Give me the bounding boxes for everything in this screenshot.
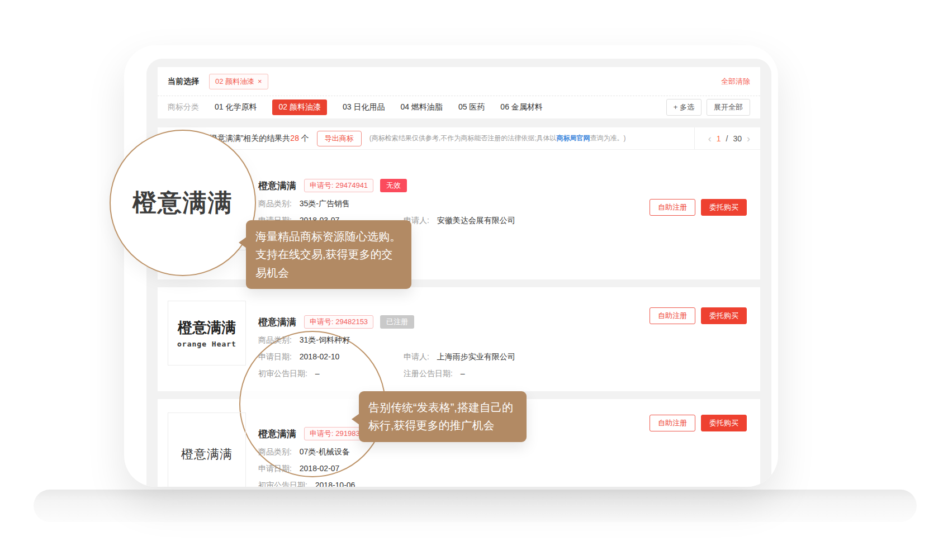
- category-field-value: 07类-机械设备: [300, 447, 350, 456]
- entrust-buy-button[interactable]: 委托购买: [701, 199, 747, 216]
- current-selection-row: 当前选择 02 颜料油漆 × 全部清除: [158, 67, 760, 96]
- page: 当前选择 02 颜料油漆 × 全部清除 商标分类 01 化学原料 02 颜料油漆…: [0, 0, 948, 560]
- summary-mid: ”相关的结果共: [241, 134, 291, 143]
- application-number-tag: 申请号: 29474941: [304, 179, 373, 192]
- trademark-thumbnail[interactable]: 橙意满满 orange Heart: [168, 301, 246, 366]
- category-row: 商标分类 01 化学原料 02 颜料油漆 03 日化用品 04 燃料油脂 05 …: [158, 96, 760, 118]
- category-field-label: 商品类别:: [258, 199, 292, 208]
- chevron-left-icon[interactable]: ‹: [708, 134, 712, 144]
- registration-publication-label: 注册公告日期:: [404, 369, 453, 378]
- pagination-current: 1: [717, 134, 721, 143]
- self-register-button[interactable]: 自助注册: [650, 307, 695, 324]
- category-field-label: 商品类别:: [258, 335, 292, 344]
- application-number-label: 申请号:: [310, 429, 334, 438]
- category-field-value: 35类-广告销售: [300, 199, 350, 208]
- category-item-03[interactable]: 03 日化用品: [343, 102, 385, 112]
- multi-select-button[interactable]: + 多选: [666, 99, 701, 116]
- status-badge: 已注册: [380, 315, 414, 329]
- category-label: 商标分类: [168, 102, 199, 112]
- status-badge: 无效: [380, 179, 407, 192]
- trademark-thumbnail[interactable]: 橙意满满: [168, 412, 246, 487]
- clear-all-button[interactable]: 全部清除: [721, 77, 750, 87]
- filter-panel: 当前选择 02 颜料油漆 × 全部清除 商标分类 01 化学原料 02 颜料油漆…: [158, 67, 760, 118]
- category-item-02-active[interactable]: 02 颜料油漆: [272, 99, 326, 115]
- category-item-01[interactable]: 01 化学原料: [215, 102, 257, 112]
- disclaimer-suffix: 查询为准。): [590, 134, 625, 142]
- trademark-details: 橙意满满 申请号: 29482153 已注册 商品类别: 31类-饲料种籽: [246, 287, 650, 391]
- applicant-label: 申请人:: [404, 352, 429, 361]
- magnifier-circle-top: 橙意满满: [110, 130, 256, 276]
- results-count: 28: [290, 134, 299, 143]
- selected-filter-tag-label: 02 颜料油漆: [215, 77, 254, 87]
- apply-date-label: 申请日期:: [258, 464, 292, 473]
- entrust-buy-button[interactable]: 委托购买: [701, 415, 747, 431]
- pagination-separator: /: [726, 134, 728, 143]
- application-number-tag: 申请号: 29482153: [304, 315, 373, 329]
- self-register-button[interactable]: 自助注册: [650, 415, 695, 431]
- applicant-value: 上海雨步实业有限公司: [437, 352, 515, 361]
- chevron-right-icon[interactable]: ›: [747, 134, 750, 144]
- thumbnail-text: 橙意满满: [178, 318, 236, 338]
- applicant-value: 安徽美达会展有限公司: [437, 216, 515, 225]
- disclaimer-text: (商标检索结果仅供参考,不作为商标能否注册的法律依据;具体以商标局官网查询为准。…: [369, 134, 626, 143]
- trademark-office-link[interactable]: 商标局官网: [556, 134, 590, 142]
- row-actions: 自助注册 委托购买: [650, 307, 747, 391]
- trademark-name[interactable]: 橙意满满: [258, 316, 296, 329]
- application-number-label: 申请号:: [310, 317, 334, 326]
- category-item-05[interactable]: 05 医药: [458, 102, 485, 112]
- apply-date-value: 2018-02-10: [300, 352, 340, 361]
- application-number-value: 29474941: [335, 181, 368, 189]
- summary-suffix: 个: [299, 134, 309, 143]
- pagination-total: 30: [733, 134, 742, 143]
- result-row-2: 橙意满满 orange Heart 橙意满满 申请号: 29482153 已注册: [158, 287, 760, 391]
- apply-date-label: 申请日期:: [258, 352, 292, 361]
- pagination: ‹ 1 / 30 ›: [694, 127, 760, 150]
- selected-filter-tag[interactable]: 02 颜料油漆 ×: [209, 74, 268, 89]
- tooltip-promotion: 告别传统“发表格”,搭建自己的标行,获得更多的推广机会: [359, 391, 527, 442]
- self-register-button[interactable]: 自助注册: [650, 199, 695, 216]
- thumbnail-subtext: orange Heart: [177, 340, 236, 348]
- expand-all-button[interactable]: 展开全部: [707, 99, 750, 116]
- first-publication-label: 初审公告日期:: [258, 481, 307, 487]
- entrust-buy-button[interactable]: 委托购买: [701, 307, 747, 324]
- trademark-name[interactable]: 橙意满满: [258, 428, 296, 440]
- tooltip-marketplace: 海量精品商标资源随心选购。支持在线交易,获得更多的交易机会: [246, 220, 411, 289]
- disclaimer-prefix: (商标检索结果仅供参考,不作为商标能否注册的法律依据;具体以: [369, 134, 557, 142]
- export-trademarks-button[interactable]: 导出商标: [317, 131, 362, 146]
- first-publication-value: 2018-10-06: [315, 481, 356, 487]
- trademark-name[interactable]: 橙意满满: [258, 179, 296, 192]
- first-publication-value: –: [315, 369, 320, 378]
- row-actions: 自助注册 委托购买: [650, 199, 747, 279]
- results-header: 为您检索到“橙意满满”相关的结果共28 个 导出商标 (商标检索结果仅供参考,不…: [158, 127, 760, 150]
- registration-publication-value: –: [461, 369, 465, 378]
- first-publication-label: 初审公告日期:: [258, 369, 307, 378]
- current-selection-label: 当前选择: [168, 77, 199, 87]
- application-number-value: 29482153: [335, 317, 368, 326]
- row-actions: 自助注册 委托购买: [650, 415, 747, 487]
- category-item-06[interactable]: 06 金属材料: [500, 102, 542, 112]
- thumbnail-text: 橙意满满: [181, 446, 233, 463]
- category-item-04[interactable]: 04 燃料油脂: [400, 102, 442, 112]
- laptop-base: [34, 490, 917, 522]
- category-field-label: 商品类别:: [258, 447, 292, 456]
- close-icon[interactable]: ×: [258, 77, 262, 86]
- application-number-label: 申请号:: [310, 181, 334, 189]
- apply-date-value: 2018-02-07: [300, 464, 340, 473]
- category-field-value: 31类-饲料种籽: [300, 335, 350, 344]
- magnified-trademark-text: 橙意满满: [132, 187, 233, 219]
